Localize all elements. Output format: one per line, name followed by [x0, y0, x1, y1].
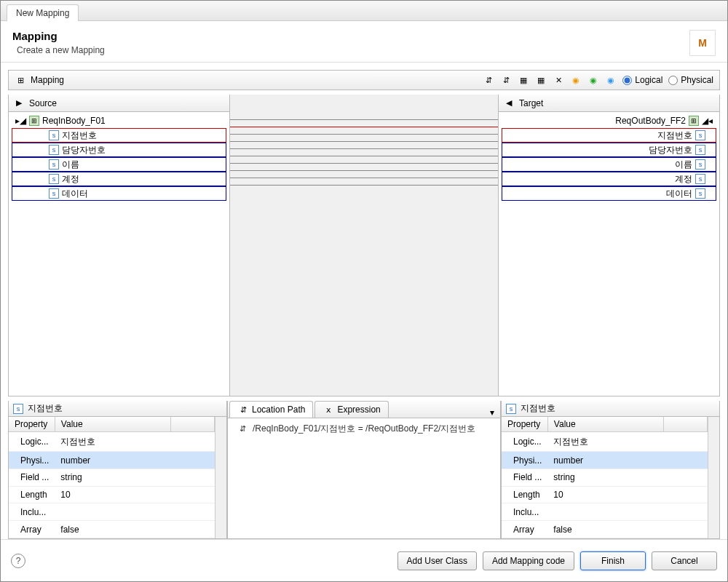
tgt-props-table[interactable]: Property Value Logic...지점번호 Physi...numb… — [502, 417, 708, 538]
toolbar-action-2-icon[interactable]: ⇵ — [500, 74, 512, 86]
toolbar-action-5-icon[interactable]: ✕ — [553, 74, 564, 86]
dialog-window: New Mapping Mapping Create a new Mapping… — [0, 0, 728, 582]
table-row[interactable]: Physi...number — [502, 452, 708, 469]
mapping-icon: ⊞ — [15, 74, 26, 86]
string-icon: s — [506, 404, 516, 414]
toolbar-action-4-icon[interactable]: ▦ — [535, 74, 547, 86]
source-field-label: 담당자번호 — [62, 144, 106, 156]
source-field-row[interactable]: s담당자번호 — [12, 143, 226, 157]
scrollbar[interactable] — [215, 417, 226, 538]
cancel-button[interactable]: Cancel — [652, 551, 717, 570]
mapping-lines-panel[interactable] — [229, 95, 499, 396]
col-value[interactable]: Value — [55, 417, 170, 432]
table-row[interactable]: Arrayfalse — [502, 521, 708, 538]
table-row[interactable]: Logic...지점번호 — [502, 432, 708, 452]
table-row[interactable]: Logic...지점번호 — [9, 432, 215, 452]
table-row[interactable]: Inclu... — [9, 503, 215, 521]
editor-tab[interactable]: New Mapping — [7, 4, 79, 21]
page-title: Mapping — [12, 30, 105, 42]
expression-panel: ⇵Location Path ⅹExpression ▾ ⇵ /ReqInBod… — [227, 401, 501, 539]
mapping-label: Mapping — [31, 75, 64, 85]
table-row[interactable]: Length10 — [502, 486, 708, 503]
struct-icon: ⊞ — [29, 116, 39, 126]
tgt-props-title: 지점번호 — [521, 402, 555, 415]
location-path-text: /ReqInBody_F01/지점번호 = /ReqOutBody_FF2/지점… — [253, 423, 475, 435]
source-field-row[interactable]: s이름 — [12, 157, 226, 172]
table-row[interactable]: Arrayfalse — [9, 521, 215, 538]
mapping-link-icon: ⇵ — [237, 423, 248, 434]
title-bar[interactable]: New Mapping — [1, 1, 727, 21]
tab-dropdown-icon[interactable]: ▾ — [484, 407, 500, 418]
src-props-title: 지점번호 — [28, 402, 63, 415]
target-field-label: 지점번호 — [657, 129, 692, 142]
source-root-label: ReqInBody_F01 — [42, 116, 106, 126]
expand-icon[interactable]: ◢◂ — [702, 116, 713, 126]
target-field-label: 데이터 — [666, 188, 692, 200]
string-icon: s — [695, 130, 705, 140]
toolbar-action-3-icon[interactable]: ▦ — [518, 74, 529, 86]
logical-radio[interactable]: Logical — [622, 75, 662, 85]
source-panel: ▶ Source ▸◢ ⊞ ReqInBody_F01 s지점번호 s담당자번호… — [9, 95, 229, 396]
target-tree[interactable]: ReqOutBody_FF2 ⊞ ◢◂ 지점번호s 담당자번호s 이름s 계정s… — [499, 112, 719, 202]
lower-panels: s 지점번호 Property Value Logic...지점번호 Physi… — [8, 401, 720, 539]
target-panel: ◀ Target ReqOutBody_FF2 ⊞ ◢◂ 지점번호s 담당자번호… — [499, 95, 719, 396]
tgt-props-header: s 지점번호 — [502, 401, 719, 417]
source-field-row[interactable]: s데이터 — [12, 186, 226, 201]
toolbar-action-1-icon[interactable]: ⇵ — [483, 74, 494, 86]
tab-location-path[interactable]: ⇵Location Path — [229, 401, 313, 418]
table-row[interactable]: Length10 — [9, 486, 215, 503]
toolbar-action-7-icon[interactable]: ◉ — [587, 74, 599, 86]
expand-icon[interactable]: ▸◢ — [15, 116, 26, 126]
content-area: ⊞ Mapping ⇵ ⇵ ▦ ▦ ✕ ◉ ◉ ◉ Logical Physic… — [1, 63, 727, 539]
string-icon: s — [695, 188, 705, 199]
target-field-label: 담당자번호 — [649, 144, 692, 156]
help-icon[interactable]: ? — [11, 554, 25, 568]
tab-expression[interactable]: ⅹExpression — [314, 401, 388, 418]
physical-radio-label: Physical — [681, 75, 713, 85]
src-props-table[interactable]: Property Value Logic...지점번호 Physi...numb… — [9, 417, 215, 538]
string-icon: s — [695, 174, 705, 184]
physical-radio[interactable]: Physical — [668, 75, 713, 85]
table-row[interactable]: Physi...number — [9, 452, 215, 469]
table-row[interactable]: Field ...string — [9, 469, 215, 486]
add-mapping-code-button[interactable]: Add Mapping code — [483, 551, 574, 570]
string-icon: s — [49, 188, 59, 199]
tab-label: Location Path — [252, 404, 305, 415]
col-value[interactable]: Value — [547, 417, 663, 432]
target-panel-header: ◀ Target — [499, 95, 719, 112]
target-field-row[interactable]: 담당자번호s — [502, 143, 716, 157]
target-field-row[interactable]: 이름s — [502, 157, 716, 172]
source-icon: ▶ — [13, 97, 25, 109]
target-root-row[interactable]: ReqOutBody_FF2 ⊞ ◢◂ — [502, 113, 716, 128]
scrollbar[interactable] — [708, 417, 719, 538]
source-root-row[interactable]: ▸◢ ⊞ ReqInBody_F01 — [12, 113, 226, 128]
src-props-header: s 지점번호 — [9, 401, 226, 417]
col-property[interactable]: Property — [9, 417, 55, 432]
source-panel-header: ▶ Source — [9, 95, 229, 112]
string-icon: s — [49, 145, 59, 155]
toolbar-action-6-icon[interactable]: ◉ — [570, 74, 582, 86]
toolbar-action-8-icon[interactable]: ◉ — [605, 74, 617, 86]
finish-button[interactable]: Finish — [580, 551, 646, 570]
struct-icon: ⊞ — [689, 116, 699, 126]
target-field-row[interactable]: 계정s — [502, 172, 716, 186]
table-row[interactable]: Field ...string — [502, 469, 708, 486]
dialog-footer: ? Add User Class Add Mapping code Finish… — [1, 539, 727, 581]
string-icon: s — [49, 174, 59, 184]
col-property[interactable]: Property — [502, 417, 547, 432]
source-field-row[interactable]: s계정 — [12, 172, 226, 186]
target-label: Target — [519, 98, 543, 108]
source-tree[interactable]: ▸◢ ⊞ ReqInBody_F01 s지점번호 s담당자번호 s이름 s계정 … — [9, 112, 229, 202]
source-field-row[interactable]: s지점번호 — [12, 128, 226, 143]
add-user-class-button[interactable]: Add User Class — [397, 551, 477, 570]
source-properties-panel: s 지점번호 Property Value Logic...지점번호 Physi… — [8, 401, 227, 539]
source-label: Source — [29, 98, 57, 108]
dialog-header: Mapping Create a new Mapping M — [1, 21, 727, 63]
target-field-row[interactable]: 데이터s — [502, 186, 716, 201]
expression-tabbar: ⇵Location Path ⅹExpression ▾ — [228, 401, 500, 418]
target-field-row[interactable]: 지점번호s — [502, 128, 716, 143]
string-icon: s — [13, 404, 23, 414]
expression-icon: ⅹ — [323, 404, 334, 415]
table-row[interactable]: Inclu... — [502, 503, 708, 521]
string-icon: s — [695, 159, 705, 170]
